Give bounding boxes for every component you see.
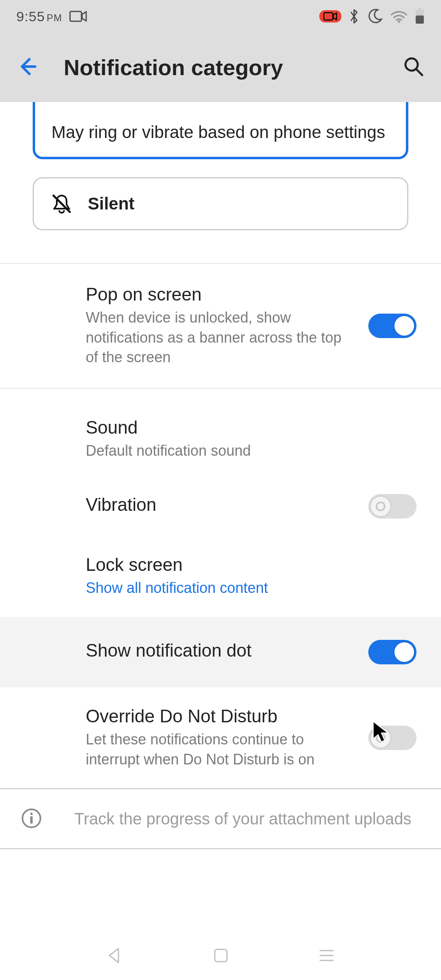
svg-point-10 [30,813,33,815]
back-button[interactable] [16,55,39,80]
bluetooth-icon [349,8,359,24]
option-default-description: May ring or vibrate based on phone setti… [51,122,385,142]
bell-off-icon [50,192,73,215]
setting-title: Show notification dot [86,640,356,661]
content: May ring or vibrate based on phone setti… [0,102,441,931]
divider [0,848,441,849]
svg-rect-0 [70,11,82,21]
setting-subtitle: Default notification sound [86,441,416,461]
svg-rect-4 [418,8,421,10]
setting-override-dnd[interactable]: Override Do Not Disturb Let these notifi… [0,687,441,788]
setting-subtitle: When device is unlocked, show notificati… [86,308,356,368]
screen-record-badge [319,10,341,22]
setting-title: Vibration [86,494,356,515]
status-right [319,8,425,24]
setting-title: Sound [86,417,416,438]
footer-info: Track the progress of your attachment up… [0,789,441,848]
nav-home-button[interactable] [212,947,229,964]
setting-title: Override Do Not Disturb [86,706,356,726]
toggle-vibration[interactable] [368,494,416,519]
setting-subtitle: Let these notifications continue to inte… [86,730,356,769]
setting-pop-on-screen[interactable]: Pop on screen When device is unlocked, s… [0,264,441,388]
toggle-pop-on-screen[interactable] [368,314,416,338]
svg-rect-1 [324,13,333,20]
status-time-value: 9:55 [16,9,45,24]
setting-lock-screen[interactable]: Lock screen Show all notification conten… [0,538,441,617]
setting-title: Pop on screen [86,284,356,305]
video-icon [69,10,87,22]
app-bar: Notification category [0,33,441,102]
footer-info-text: Track the progress of your attachment up… [74,807,416,830]
setting-subtitle: Show all notification content [86,578,416,598]
setting-sound[interactable]: Sound Default notification sound [0,389,441,475]
status-time-ampm: PM [47,12,62,23]
nav-back-button[interactable] [105,946,124,965]
svg-rect-11 [30,816,33,824]
battery-icon [415,8,425,24]
toggle-override-dnd[interactable] [368,726,416,750]
status-left: 9:55PM [16,9,87,24]
svg-line-7 [416,69,422,75]
status-bar: 9:55PM [0,0,441,33]
setting-title: Lock screen [86,555,416,575]
option-default[interactable]: May ring or vibrate based on phone setti… [33,102,408,159]
search-button[interactable] [403,56,425,79]
svg-point-2 [398,20,400,23]
option-silent[interactable]: Silent [33,177,408,230]
wifi-icon [390,10,408,23]
option-silent-label: Silent [88,194,134,214]
system-nav-bar [0,931,441,980]
svg-rect-12 [215,949,227,962]
svg-rect-5 [416,16,424,24]
toggle-notification-dot[interactable] [368,640,416,664]
setting-vibration[interactable]: Vibration [0,474,441,538]
status-time: 9:55PM [16,9,62,24]
do-not-disturb-moon-icon [367,8,383,24]
setting-notification-dot[interactable]: Show notification dot [0,617,441,687]
page-title: Notification category [64,55,283,80]
nav-recent-button[interactable] [318,947,336,964]
info-icon [20,807,42,829]
